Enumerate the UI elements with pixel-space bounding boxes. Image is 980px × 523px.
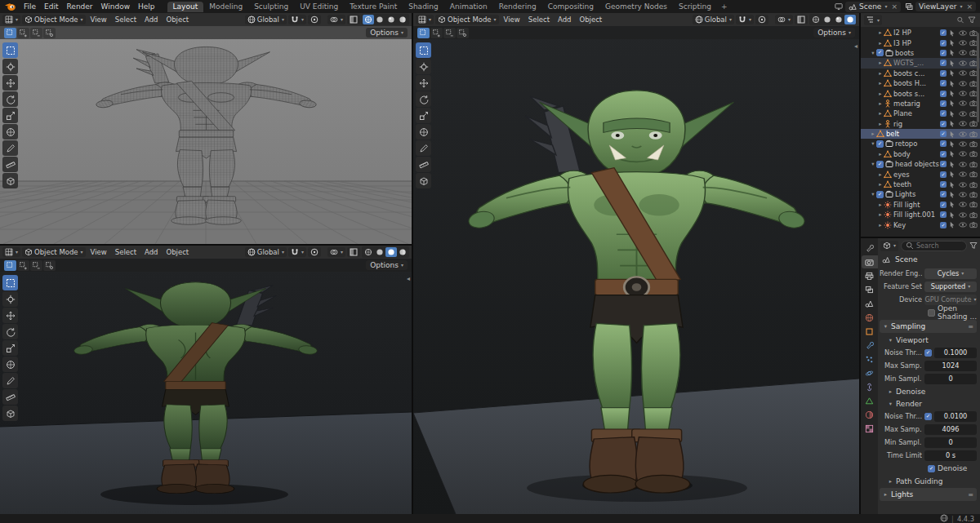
transform-tool[interactable] <box>2 124 18 140</box>
annotate-tool[interactable] <box>416 140 431 156</box>
section-menu-icon[interactable]: ≡ <box>968 323 973 330</box>
selectable-checkbox[interactable]: ✓ <box>940 40 947 47</box>
shading-wireframe-button[interactable] <box>810 15 822 24</box>
properties-tab-output[interactable] <box>862 269 878 282</box>
selectable-checkbox[interactable]: ✓ <box>940 202 947 208</box>
menu-edit[interactable]: Edit <box>40 2 62 11</box>
add-cube-tool[interactable] <box>2 406 18 421</box>
selectable-checkbox[interactable]: ✓ <box>940 121 947 127</box>
properties-tab-scene[interactable] <box>862 297 878 310</box>
cursor-select-icon[interactable] <box>948 39 957 47</box>
properties-tab-material[interactable] <box>862 408 878 421</box>
cursor-select-icon[interactable] <box>948 29 957 37</box>
add-workspace-button[interactable]: + <box>717 2 732 11</box>
viewport-3d-scene-wireframe[interactable] <box>0 26 412 244</box>
cursor-tool[interactable] <box>2 59 18 74</box>
disclosure-arrow[interactable]: ▸ <box>870 131 876 137</box>
viewport-menu-select[interactable]: Select <box>525 15 553 24</box>
region-collapse-arrow[interactable]: ◂ <box>407 275 410 282</box>
outliner-item-boots-s[interactable]: ▸boots s...✓ <box>861 88 980 98</box>
cursor-select-icon[interactable] <box>948 130 957 138</box>
collection-checkbox[interactable]: ✓ <box>876 49 884 56</box>
selectable-checkbox[interactable]: ✓ <box>940 151 947 157</box>
properties-tab-constraints[interactable] <box>862 380 878 393</box>
disclosure-arrow[interactable]: ▸ <box>877 70 884 77</box>
xray-toggle[interactable] <box>795 15 808 24</box>
render-eng-dropdown[interactable]: Cycles▾ <box>924 268 977 279</box>
move-tool[interactable] <box>2 75 18 91</box>
shading-material-preview-button[interactable] <box>385 247 397 257</box>
disclosure-arrow[interactable]: ▸ <box>877 60 884 66</box>
viewport-menu-object[interactable]: Object <box>163 15 192 24</box>
region-collapse-arrow[interactable]: ◂ <box>854 42 858 50</box>
section-menu-icon[interactable]: ≡ <box>968 491 973 499</box>
disclosure-arrow[interactable]: ▾ <box>870 191 876 197</box>
menu-help[interactable]: Help <box>134 2 159 11</box>
viewport-menu-object[interactable]: Object <box>163 247 192 257</box>
shading-rendered-button[interactable] <box>844 15 856 24</box>
cursor-select-icon[interactable] <box>948 69 957 78</box>
transform-tool[interactable] <box>2 357 18 372</box>
render-visibility-camera-icon[interactable] <box>969 221 978 229</box>
properties-tab-viewlayer[interactable] <box>862 283 878 296</box>
editor-type-button[interactable]: ▾ <box>416 15 434 24</box>
transform-orientation-selector[interactable]: Global▾ <box>245 15 287 24</box>
cursor-select-icon[interactable] <box>948 221 957 229</box>
selectable-checkbox[interactable]: ✓ <box>940 91 947 97</box>
cursor-select-icon[interactable] <box>948 150 957 158</box>
noise-thr-field[interactable]: 0.0100 <box>934 411 977 422</box>
section-sampling[interactable]: ▾Sampling≡ <box>880 320 977 333</box>
annotate-tool[interactable] <box>2 140 18 156</box>
disclosure-arrow[interactable]: ▸ <box>877 110 884 117</box>
render-visibility-camera-icon[interactable] <box>969 201 978 209</box>
xray-toggle[interactable] <box>347 15 360 24</box>
menu-render[interactable]: Render <box>63 2 97 11</box>
render-visibility-camera-icon[interactable] <box>969 171 978 179</box>
viewport-3d-scene-rendered[interactable] <box>413 26 859 514</box>
selectable-checkbox[interactable]: ✓ <box>940 60 947 66</box>
viewlayer-selector[interactable]: ViewLayer ▾ × <box>915 2 976 11</box>
min-sampl-field[interactable]: 0 <box>924 374 977 384</box>
select-mode-3[interactable] <box>457 28 469 38</box>
disclosure-arrow[interactable]: ▸ <box>877 29 884 36</box>
cursor-select-icon[interactable] <box>948 49 957 57</box>
cursor-tool[interactable] <box>2 291 18 307</box>
selectable-checkbox[interactable]: ✓ <box>940 80 947 86</box>
snap-toggle[interactable]: ▾ <box>288 15 306 24</box>
viewport-menu-select[interactable]: Select <box>112 247 140 257</box>
cursor-select-icon[interactable] <box>948 140 957 148</box>
hide-eye-icon[interactable] <box>959 29 968 37</box>
outliner-item-boots-c[interactable]: ▸boots c...✓ <box>861 69 980 78</box>
select-mode-0[interactable] <box>417 28 430 38</box>
select-mode-0[interactable] <box>4 260 16 271</box>
select-mode-2[interactable] <box>30 260 42 271</box>
shading-material-preview-button[interactable] <box>833 15 844 24</box>
cursor-select-icon[interactable] <box>948 160 957 168</box>
region-collapse-arrow[interactable]: ◂ <box>407 42 410 50</box>
render-visibility-camera-icon[interactable] <box>969 150 978 158</box>
viewport-menu-view[interactable]: View <box>87 247 110 257</box>
disclosure-arrow[interactable]: ▸ <box>877 91 884 97</box>
search-icon[interactable] <box>956 16 965 24</box>
outliner-item-lights[interactable]: ▾✓Lights✓ <box>861 189 980 199</box>
overlays-toggle[interactable]: ▾ <box>327 247 345 257</box>
workspace-tab-layout[interactable]: Layout <box>167 2 204 12</box>
hide-eye-icon[interactable] <box>959 39 968 47</box>
outliner-item-wgts[interactable]: ▸WGTS_...✓ <box>861 58 980 68</box>
disclosure-arrow[interactable]: ▸ <box>877 100 884 107</box>
max-samp-field[interactable]: 1024 <box>924 361 977 371</box>
outliner-item-plane[interactable]: ▸Plane✓ <box>861 109 980 118</box>
cursor-select-icon[interactable] <box>948 201 957 209</box>
collection-checkbox[interactable]: ✓ <box>876 140 884 148</box>
cursor-select-icon[interactable] <box>948 120 957 128</box>
hide-eye-icon[interactable] <box>959 79 968 87</box>
menu-window[interactable]: Window <box>97 2 135 11</box>
filter-funnel-icon[interactable] <box>969 242 978 250</box>
annotate-tool[interactable] <box>2 373 18 388</box>
transform-orientation-selector[interactable]: Global▾ <box>693 15 734 24</box>
measure-tool[interactable] <box>2 389 18 405</box>
noise-thr-field[interactable]: 0.1000 <box>934 348 977 358</box>
selectable-checkbox[interactable]: ✓ <box>940 222 947 228</box>
noise-thr-checkbox[interactable]: ✓ <box>924 413 932 420</box>
subsection-render[interactable]: ▾Render <box>880 397 977 410</box>
